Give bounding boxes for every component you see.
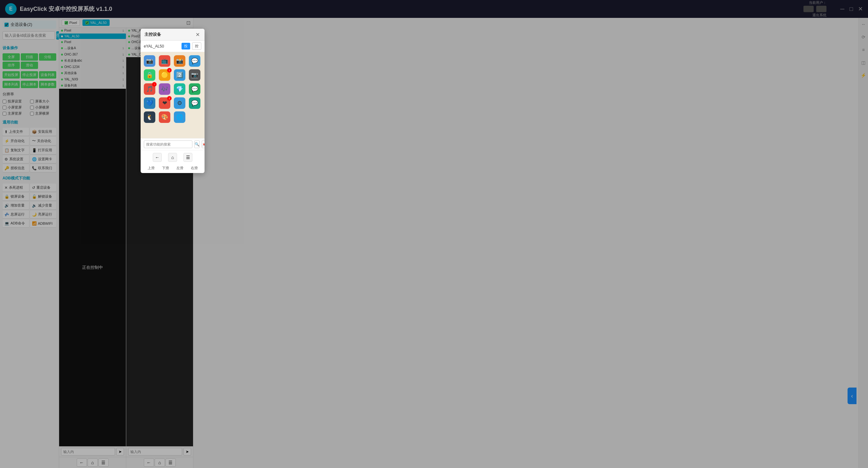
app-icon-16[interactable]: 💬 [189, 97, 200, 109]
app-badge-9: ! [152, 82, 157, 87]
app-icon-5[interactable]: 🔒 [144, 69, 155, 81]
modal-header: 主控设备 ✕ [141, 29, 205, 40]
app-icon-7[interactable]: 2️⃣ [174, 69, 185, 81]
modal-pin-button[interactable]: 📌 [202, 140, 205, 148]
modal-overlay: 主控设备 ✕ eYAL_AL50 投 控 📷 📺 📸 💬 🔒 🟡 2 2️⃣ 📷 [0, 0, 868, 468]
app-icon-8[interactable]: 📷 [189, 69, 200, 81]
app-icon-14[interactable]: ❤ 2 [159, 97, 170, 109]
app-icon-19[interactable]: 🌐 [174, 111, 185, 123]
modal-kong-button[interactable]: 控 [192, 42, 202, 50]
main-control-modal: 主控设备 ✕ eYAL_AL50 投 控 📷 📺 📸 💬 🔒 🟡 2 2️⃣ 📷 [141, 29, 205, 173]
modal-phone-screen[interactable]: 📷 📺 📸 💬 🔒 🟡 2 2️⃣ 📷 🎵 ! 🎶 💎 💬 💙 [141, 52, 205, 138]
app-icon-3[interactable]: 📸 [174, 55, 185, 67]
modal-title: 主控设备 [145, 32, 161, 37]
modal-nav-home[interactable]: ⌂ [168, 153, 177, 162]
swipe-left-btn[interactable]: 左滑 [177, 166, 183, 170]
app-icon-2[interactable]: 📺 [159, 55, 170, 67]
modal-close-button[interactable]: ✕ [194, 31, 201, 38]
swipe-up-btn[interactable]: 上滑 [148, 166, 155, 170]
swipe-right-btn[interactable]: 右滑 [191, 166, 198, 170]
app-icon-6[interactable]: 🟡 2 [159, 69, 170, 81]
app-icon-15[interactable]: ⚙ [174, 97, 185, 109]
phone-app-grid: 📷 📺 📸 💬 🔒 🟡 2 2️⃣ 📷 🎵 ! 🎶 💎 💬 💙 [141, 52, 205, 126]
app-icon-18[interactable]: 🎨 [159, 111, 170, 123]
modal-nav-back[interactable]: ← [153, 153, 162, 162]
app-icon-4[interactable]: 💬 [189, 55, 200, 67]
modal-swipe-buttons: 上滑 下滑 左滑 右滑 [141, 164, 205, 173]
app-icon-1[interactable]: 📷 [144, 55, 155, 67]
app-icon-13[interactable]: 💙 [144, 97, 155, 109]
app-icon-11[interactable]: 💎 [174, 83, 185, 95]
modal-device-name: eYAL_AL50 [144, 44, 180, 48]
modal-device-bar: eYAL_AL50 投 控 [141, 40, 205, 52]
modal-tou-button[interactable]: 投 [182, 43, 190, 49]
app-badge-14: 2 [167, 96, 172, 101]
modal-search-button[interactable]: 🔍 [194, 140, 200, 148]
modal-nav-menu[interactable]: ☰ [183, 153, 192, 162]
app-icon-17[interactable]: 🐧 [144, 111, 155, 123]
app-icon-9[interactable]: 🎵 ! [144, 83, 155, 95]
modal-nav-buttons: ← ⌂ ☰ [141, 150, 205, 164]
modal-search-input[interactable] [144, 140, 192, 148]
app-icon-10[interactable]: 🎶 [159, 83, 170, 95]
modal-search-bar: 🔍 📌 [141, 138, 205, 150]
swipe-down-btn[interactable]: 下滑 [162, 166, 169, 170]
app-icon-12[interactable]: 💬 [189, 83, 200, 95]
app-badge-6: 2 [167, 68, 172, 72]
